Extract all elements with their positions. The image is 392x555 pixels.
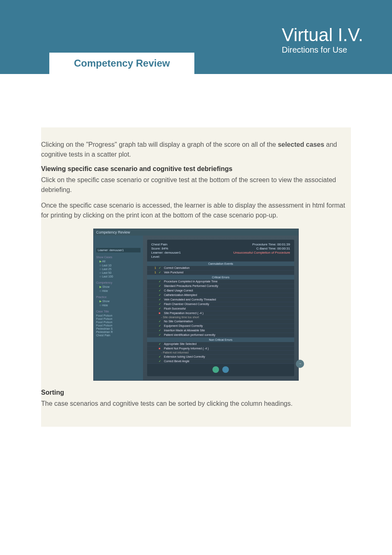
error-row: ✓No Site Contamination — [147, 319, 294, 324]
case-list-item[interactable]: Food Poison — [96, 324, 141, 327]
error-row: ■Site Preparation Incorrect ( -4 ) — [147, 311, 294, 315]
sidebar-item[interactable]: Hide — [99, 304, 141, 307]
sidebar-item[interactable]: Show — [99, 300, 141, 303]
paragraph-progress: Clicking on the "Progress" graph tab wil… — [41, 140, 351, 160]
show-cases-label: Show Cases — [96, 256, 141, 259]
critical-header: Critical Errors — [147, 275, 294, 280]
cannulation-header: Cannulation Events — [147, 261, 294, 266]
error-row: ✓Appropriate Site Selected — [147, 342, 294, 347]
case-list-item[interactable]: Food Poison — [96, 321, 141, 324]
header-subtitle: Directions for Use — [282, 45, 363, 55]
sidebar-item[interactable]: Last 10 — [99, 264, 141, 267]
error-row: ✓Vein Cannulated and Correctly Threaded — [147, 298, 294, 302]
page-content: Clicking on the "Progress" graph tab wil… — [0, 74, 392, 460]
popup-title: Chest Pain — [151, 243, 181, 246]
heading-viewing: Viewing specific case scenario and cogni… — [41, 165, 351, 173]
error-row: ✓Patient identification performed correc… — [147, 333, 294, 338]
error-row: ✓Standard Precautions Performed Correctl… — [147, 284, 294, 289]
debrief-popup: Chest Pain Score: 84% Learner: demouser1… — [147, 240, 294, 376]
page-header: Virtual I.V. Directions for Use Competen… — [0, 0, 392, 74]
heading-sorting: Sorting — [41, 389, 351, 396]
window-title: Competency Review — [94, 229, 298, 236]
sidebar-item[interactable]: Last 50 — [99, 271, 141, 274]
event-row: 1✓Vein Punctured — [147, 271, 294, 275]
sidebar-item[interactable]: Hide — [99, 289, 141, 292]
practice-label: Practice — [96, 296, 141, 298]
error-row: ✓Equipment Disposed Correctly — [147, 324, 294, 328]
error-row: ✓C-Band Usage Correct — [147, 289, 294, 293]
next-arrow-icon[interactable]: → — [296, 360, 304, 368]
paragraph-click-case: Click on the specific case scenario or c… — [41, 175, 351, 195]
screenshot-sidebar: Learner: demouser1 Show Cases AllLast 10… — [94, 236, 143, 380]
error-row: ✓Extension tubing Used Correctly — [147, 355, 294, 359]
header-title-block: Virtual I.V. Directions for Use — [282, 25, 363, 55]
case-list-item[interactable]: Pedestrian S — [96, 327, 141, 330]
header-title: Virtual I.V. — [282, 25, 363, 45]
error-row: ✓Flash Chamber Observed Correctly — [147, 302, 294, 307]
error-row: ✓Correct Bevel Angle — [147, 359, 294, 364]
content-block: Clicking on the "Progress" graph tab wil… — [41, 127, 351, 427]
error-row: ✓Flush Successful — [147, 307, 294, 311]
learner-row: Learner: demouser1 — [96, 248, 141, 252]
sidebar-item[interactable]: Show — [99, 285, 141, 289]
case-list-item[interactable]: Food Poison — [96, 314, 141, 317]
tab-label: Competency Review — [74, 58, 170, 69]
noncritical-header: Non Critical Errors — [147, 338, 294, 342]
popup-footer — [147, 364, 294, 376]
paragraph-sorting: The case scenarios and cognitive tests c… — [41, 399, 351, 409]
sidebar-item[interactable]: Last 100 — [99, 275, 141, 278]
embedded-screenshot: Competency Review Learner: demouser1 Sho… — [93, 229, 299, 381]
case-title-label: Case Title — [96, 310, 141, 313]
error-row: ✓Procedure Completed in Appropriate Time — [147, 280, 294, 284]
case-list-item[interactable]: Chest Pain — [96, 334, 141, 337]
sidebar-item[interactable]: All — [99, 260, 141, 263]
ok-icon[interactable] — [212, 366, 219, 373]
error-row: ✓Catheterization Attempted — [147, 293, 294, 298]
screenshot-main: Chest Pain Score: 84% Learner: demouser1… — [143, 236, 298, 380]
case-list-item[interactable]: Pedestrian R — [96, 331, 141, 333]
paragraph-print: Once the specific case scenario is acces… — [41, 201, 351, 220]
sidebar-item[interactable]: Last 25 — [99, 268, 141, 271]
event-row: 1✓Correct Cannulation — [147, 266, 294, 271]
print-icon[interactable] — [222, 366, 229, 373]
section-tab: Competency Review — [49, 53, 194, 74]
error-row: ■Patient Not Properly Informed ( -4 ) — [147, 347, 294, 351]
case-list-item[interactable]: Food Poison — [96, 317, 141, 320]
error-row: ✓Insertion Made at Allowable Site — [147, 328, 294, 333]
competency-label: Competency — [96, 281, 141, 284]
completion-status: Unsuccessful Completion of Procedure — [233, 251, 290, 254]
